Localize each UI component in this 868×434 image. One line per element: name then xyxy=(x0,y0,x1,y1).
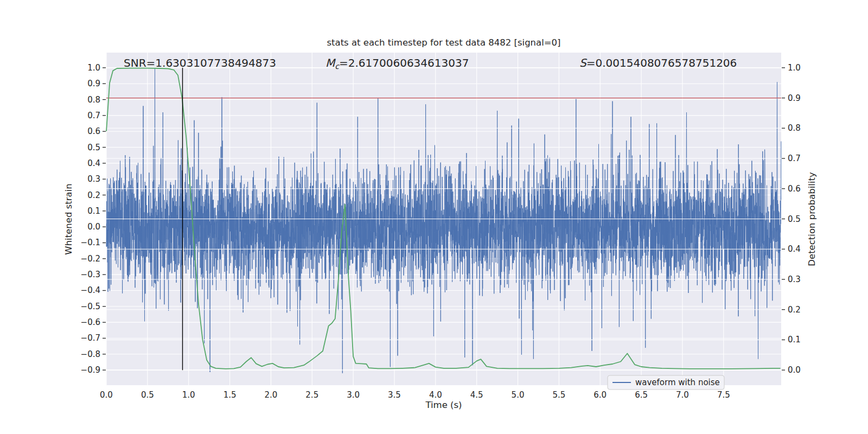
x-tick-label: 4.0 xyxy=(429,390,442,400)
left-tick-label: 0.4 xyxy=(87,158,100,168)
right-tick-label: 0.5 xyxy=(788,214,801,224)
significance-value: =0.0015408076578751206 xyxy=(586,56,737,69)
right-tick-label: 0.6 xyxy=(788,184,801,194)
left-y-axis-label: Whitened strain xyxy=(63,183,74,254)
left-tick-label: −0.1 xyxy=(81,238,100,247)
x-tick-label: 1.5 xyxy=(224,390,237,400)
left-tick-label: −0.3 xyxy=(81,270,100,279)
right-tick-label: 0.0 xyxy=(788,365,801,375)
x-tick-label: 5.0 xyxy=(512,390,525,400)
left-tick-label: 0.2 xyxy=(87,190,100,200)
right-y-axis-label: Detection probability xyxy=(807,172,817,266)
legend-label: waveform with noise xyxy=(635,378,720,387)
right-tick-label: 0.8 xyxy=(788,123,801,133)
left-tick-label: −0.4 xyxy=(81,285,100,295)
figure: 1.00.90.80.70.60.50.40.30.20.10.0−0.1−0.… xyxy=(0,0,868,434)
left-tick-label: 0.5 xyxy=(87,143,100,152)
x-tick-label: 0.0 xyxy=(100,390,113,400)
left-tick-label: −0.6 xyxy=(81,317,100,327)
right-tick-label: 0.1 xyxy=(788,335,801,344)
x-tick-label: 5.5 xyxy=(552,390,565,400)
x-axis-label: Time (s) xyxy=(425,400,462,410)
x-tick-label: 1.0 xyxy=(182,390,195,400)
x-tick-label: 2.5 xyxy=(305,390,318,400)
left-tick-label: 1.0 xyxy=(87,63,100,73)
right-tick-label: 0.3 xyxy=(788,275,801,284)
left-tick-label: 0.3 xyxy=(87,174,100,184)
x-tick-label: 6.5 xyxy=(635,390,648,400)
left-tick-label: 0.8 xyxy=(87,95,100,105)
right-tick-label: 0.7 xyxy=(788,154,801,163)
left-tick-label: −0.2 xyxy=(81,254,100,264)
x-tick-label: 6.0 xyxy=(593,390,607,400)
chirp-mass-value: =2.6170060634613037 xyxy=(339,56,469,69)
chart-title: stats at each timestep for test data 848… xyxy=(327,37,560,48)
left-tick-label: 0.6 xyxy=(87,126,100,136)
x-tick-label: 4.5 xyxy=(470,390,483,400)
left-tick-label: −0.9 xyxy=(81,365,100,375)
chirp-mass-symbol: M xyxy=(326,56,336,69)
x-tick-label: 0.5 xyxy=(141,390,154,400)
x-tick-label: 7.5 xyxy=(717,390,730,400)
x-tick-label: 2.0 xyxy=(264,390,277,400)
legend: waveform with noise xyxy=(608,375,724,390)
right-tick-label: 0.4 xyxy=(788,244,801,254)
annotation-significance: S=0.0015408076578751206 xyxy=(579,56,737,69)
annotation-snr: SNR=1.6303107738494873 xyxy=(124,56,276,69)
x-tick-label: 3.0 xyxy=(347,390,360,400)
x-tick-label: 3.5 xyxy=(388,390,401,400)
left-tick-label: −0.7 xyxy=(81,333,100,343)
left-tick-label: −0.8 xyxy=(81,349,100,359)
left-tick-label: 0.9 xyxy=(87,79,100,88)
x-tick-label: 7.0 xyxy=(676,390,689,400)
chart-canvas: 1.00.90.80.70.60.50.40.30.20.10.0−0.1−0.… xyxy=(0,0,868,434)
left-tick-label: 0.0 xyxy=(87,222,100,232)
right-tick-label: 1.0 xyxy=(788,63,801,73)
annotation-chirp-mass: Mc=2.6170060634613037 xyxy=(326,56,469,71)
right-tick-label: 0.9 xyxy=(788,93,801,103)
left-tick-label: 0.7 xyxy=(87,111,100,120)
left-tick-label: 0.1 xyxy=(87,206,100,216)
left-tick-label: −0.5 xyxy=(81,302,100,311)
right-tick-label: 0.2 xyxy=(788,305,801,315)
